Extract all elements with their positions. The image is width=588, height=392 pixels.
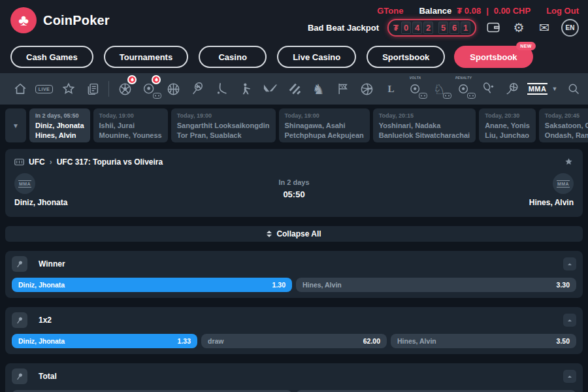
match-card[interactable]: In 2 days, 05:50 Diniz, Jhonata Hines, A…: [29, 108, 90, 142]
match-card[interactable]: Today, 19:00 Ishii, Jurai Mounine, Youne…: [93, 108, 168, 142]
odd-label: Diniz, Jhonata: [18, 281, 65, 289]
collapse-market-button[interactable]: [563, 370, 576, 383]
jackpot-digit: 5: [438, 22, 448, 34]
match-strip: ▼ In 2 days, 05:50 Diniz, Jhonata Hines,…: [0, 105, 588, 146]
breadcrumb-event[interactable]: UFC 317: Topuria vs Oliveira: [57, 157, 163, 167]
volta-label: VOLTA: [410, 76, 421, 80]
language-selector[interactable]: EN: [561, 19, 579, 37]
market-title: 1x2: [39, 316, 552, 325]
racing-flag-icon[interactable]: [331, 78, 355, 100]
market-title: Total: [39, 372, 552, 381]
nav-tournaments-button[interactable]: Tournaments: [104, 46, 188, 68]
messages-envelope-icon[interactable]: ✉: [536, 19, 553, 36]
crypto-balance: ₮ 0.08: [457, 6, 481, 16]
odd-value: 1.33: [178, 337, 191, 345]
pin-button[interactable]: [12, 368, 27, 384]
topbar-right: GTone Balance ₮ 0.08 | 0.00 CHP Log Out …: [308, 5, 579, 37]
match-card[interactable]: Today, 20:15 Yoshinari, Nadaka Banluelok…: [373, 108, 476, 142]
home-icon[interactable]: [8, 78, 32, 100]
match-card[interactable]: Today, 20:30 Anane, Yonis Liu, Junchao: [479, 108, 536, 142]
jackpot-counter[interactable]: ₮ 0 4 2 5 6 1: [387, 19, 476, 37]
coinpoker-logo[interactable]: ♣ CoinPoker: [10, 7, 110, 33]
jackpot-digit: 4: [412, 22, 422, 34]
market-title: Winner: [39, 259, 552, 269]
field-hockey-icon[interactable]: [210, 78, 234, 100]
valorant-icon[interactable]: [258, 78, 282, 100]
rainbow-six-icon[interactable]: [282, 78, 306, 100]
logout-link[interactable]: Log Out: [546, 6, 579, 16]
live-events-icon[interactable]: LIVE: [32, 78, 56, 100]
favorites-star-icon[interactable]: [56, 78, 80, 100]
breadcrumb: UFC › UFC 317: Topuria vs Oliveira: [14, 157, 574, 167]
odd-button-selected[interactable]: Diniz, Jhonata 1.30: [12, 278, 292, 292]
jackpot-digit: 6: [449, 22, 459, 34]
player2-name: Hines, Alvin: [529, 198, 574, 207]
padel-icon[interactable]: [476, 78, 500, 100]
match-header-panel: UFC › UFC 317: Topuria vs Oliveira MMA D…: [5, 149, 583, 217]
penalty-football-icon[interactable]: PENALTY: [451, 78, 476, 100]
collapse-market-button[interactable]: [563, 314, 576, 327]
match-card[interactable]: Today, 20:45 Saksatoon, Chartpayak Ondas…: [539, 108, 588, 142]
settings-gear-icon[interactable]: ⚙: [510, 19, 527, 36]
mma-icon: [14, 158, 24, 166]
nav-casino-button[interactable]: Casino: [199, 46, 267, 68]
account-row: GTone Balance ₮ 0.08 | 0.00 CHP Log Out: [377, 6, 579, 16]
odd-value: 3.50: [557, 337, 570, 345]
volta-football-icon[interactable]: VOLTA: [403, 78, 427, 100]
username-link[interactable]: GTone: [377, 6, 403, 16]
nav-live-casino-button[interactable]: Live Casino: [277, 46, 356, 68]
counter-strike-icon[interactable]: [234, 78, 258, 100]
odd-value: 1.30: [272, 281, 286, 289]
breadcrumb-separator: ›: [50, 157, 52, 167]
odds-row: Diniz, Jhonata 1.33 draw 62.00 Hines, Al…: [12, 334, 576, 348]
market-winner: Winner Diniz, Jhonata 1.30 Hines, Alvin …: [5, 251, 583, 298]
tennis-icon[interactable]: [186, 78, 210, 100]
collapse-market-button[interactable]: [563, 257, 576, 270]
odd-button[interactable]: Hines, Alvin 3.30: [296, 278, 576, 292]
nav-sportsbook-button[interactable]: Sportsbook: [367, 46, 445, 68]
chevron-down-icon[interactable]: ▼: [551, 86, 557, 92]
virtual-horse-racing-icon[interactable]: ♘: [427, 78, 451, 100]
balance-label: Balance: [419, 6, 451, 16]
match-countdown: In 2 days 05:50: [125, 173, 463, 199]
pin-button[interactable]: [12, 312, 27, 328]
odd-button[interactable]: draw 62.00: [201, 334, 387, 348]
chess-icon[interactable]: ♞: [306, 78, 331, 100]
nav-sportsbook-new-button[interactable]: Sportsbook NEW: [454, 46, 532, 68]
league-of-legends-icon[interactable]: L: [379, 78, 403, 100]
balance-separator: |: [486, 6, 489, 16]
jackpot-row: Bad Beat Jackpot ₮ 0 4 2 5 6 1 ⚙ ✉ EN: [308, 19, 579, 37]
basketball-icon[interactable]: [161, 78, 186, 100]
odd-button[interactable]: Hines, Alvin 3.50: [391, 334, 576, 348]
odd-label: Diniz, Jhonata: [18, 337, 65, 345]
volleyball-icon[interactable]: [355, 78, 379, 100]
gamepad-badge: [419, 93, 427, 99]
match-player2: Petchphupa Aekpujean: [285, 131, 364, 140]
lol-glyph: L: [387, 84, 394, 95]
gamepad-badge: [443, 93, 451, 99]
mma-tab-active[interactable]: MMA ▼: [524, 78, 561, 100]
pin-icon: [16, 260, 24, 269]
wallet-icon[interactable]: [485, 19, 502, 36]
odd-button-selected[interactable]: Diniz, Jhonata 1.33: [12, 334, 197, 348]
chp-balance: 0.00 CHP: [494, 6, 531, 16]
nav-cash-games-button[interactable]: Cash Games: [10, 46, 93, 68]
search-icon[interactable]: [561, 78, 587, 100]
collapse-all-button[interactable]: Collapse All: [5, 226, 583, 242]
news-feed-icon[interactable]: [80, 78, 105, 100]
esoccer-icon[interactable]: [137, 78, 161, 100]
match-card[interactable]: Today, 19:00 Sangarthit Looksaikongdin T…: [171, 108, 276, 142]
strip-dropdown-button[interactable]: ▼: [5, 108, 26, 142]
soccer-icon[interactable]: [113, 78, 137, 100]
favorite-star-icon[interactable]: [564, 157, 574, 167]
match-player2: Liu, Junchao: [485, 131, 530, 140]
hot-fire-badge: [127, 75, 137, 84]
breadcrumb-league[interactable]: UFC: [29, 157, 45, 167]
handball-icon[interactable]: [500, 78, 524, 100]
match-card[interactable]: Today, 19:00 Shinagawa, Asahi Petchphupa…: [279, 108, 370, 142]
coinpoker-logo-text: CoinPoker: [43, 13, 110, 28]
bad-beat-jackpot-label: Bad Beat Jackpot: [308, 23, 379, 33]
main-nav: Cash Games Tournaments Casino Live Casin…: [0, 41, 588, 73]
pin-button[interactable]: [12, 256, 27, 272]
match-player1: Sangarthit Looksaikongdin: [177, 121, 270, 131]
